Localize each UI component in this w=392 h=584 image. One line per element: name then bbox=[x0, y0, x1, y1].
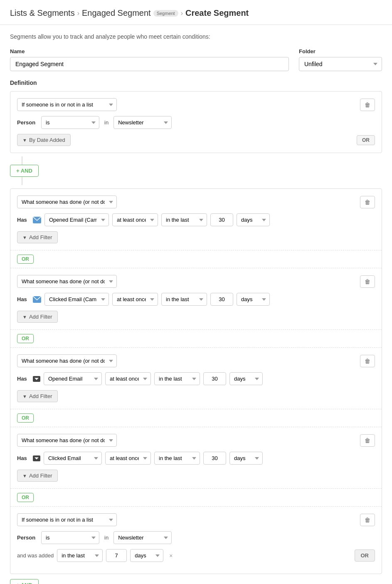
date-range-select[interactable]: in the last bbox=[57, 549, 103, 562]
filter-icon-or4: ▼ bbox=[22, 473, 27, 478]
person-row-or5: Person is in Newsletter bbox=[17, 531, 375, 544]
activity-row-or2: Has Clicked Email (Campaign at least onc… bbox=[17, 293, 375, 306]
header: Lists & Segments › Engaged Segment Segme… bbox=[0, 0, 392, 25]
campaign-icon-or1 bbox=[33, 217, 41, 223]
unit-select-or3[interactable]: days bbox=[229, 372, 263, 385]
name-input[interactable] bbox=[10, 57, 289, 71]
delete-block1-button[interactable]: 🗑 bbox=[360, 99, 375, 111]
name-group: Name bbox=[10, 48, 289, 71]
unit-select-or2[interactable]: days bbox=[237, 293, 270, 306]
folder-select[interactable]: Unfiled bbox=[299, 57, 382, 71]
or-tag-2[interactable]: OR bbox=[17, 334, 34, 343]
date-unit-select[interactable]: days bbox=[130, 549, 163, 562]
vert-line-1 bbox=[22, 156, 22, 165]
form-row: Name Folder Unfiled bbox=[10, 48, 382, 71]
add-filter-row-or1: ▼ Add Filter bbox=[17, 231, 375, 243]
folder-group: Folder Unfiled bbox=[299, 48, 382, 71]
add-filter-or2-button[interactable]: ▼ Add Filter bbox=[17, 311, 58, 323]
number-input-or3[interactable] bbox=[203, 372, 226, 385]
person-is-select-or5[interactable]: is bbox=[41, 531, 99, 544]
activity-select-or1[interactable]: Opened Email (Campaign bbox=[44, 213, 109, 226]
add-filter-or4-button[interactable]: ▼ Add Filter bbox=[17, 470, 58, 482]
person-is-select[interactable]: is bbox=[41, 116, 99, 129]
and-connector-1: + AND bbox=[10, 153, 382, 188]
name-label: Name bbox=[10, 48, 289, 54]
filter-icon-or1: ▼ bbox=[22, 235, 27, 240]
add-filter-or1-button[interactable]: ▼ Add Filter bbox=[17, 231, 58, 243]
delete-or4-button[interactable]: 🗑 bbox=[360, 434, 375, 447]
timerange-select-or3[interactable]: in the last bbox=[154, 372, 200, 385]
ctype-row-or4: What someone has done (or not done) 🗑 bbox=[17, 434, 375, 447]
ctype-select-or4[interactable]: What someone has done (or not done) bbox=[17, 434, 117, 447]
ctype-select-or2[interactable]: What someone has done (or not done) bbox=[17, 275, 117, 288]
activity-select-or2[interactable]: Clicked Email (Campaign bbox=[44, 293, 109, 306]
unit-select-or4[interactable]: days bbox=[229, 452, 263, 465]
add-filter-row-or4: ▼ Add Filter bbox=[17, 470, 375, 482]
in-label-or5: in bbox=[103, 535, 110, 541]
freq-select-or3[interactable]: at least once bbox=[105, 372, 151, 385]
timerange-select-or1[interactable]: in the last bbox=[161, 213, 207, 226]
delete-or2-button[interactable]: 🗑 bbox=[360, 275, 375, 288]
delete-or1-button[interactable]: 🗑 bbox=[360, 196, 375, 208]
add-filter-label-or3: Add Filter bbox=[29, 393, 52, 399]
breadcrumb-badge: Segment bbox=[153, 10, 178, 17]
or-tag-1[interactable]: OR bbox=[17, 255, 34, 264]
breadcrumb: Lists & Segments › Engaged Segment Segme… bbox=[10, 8, 382, 18]
or-tag-3[interactable]: OR bbox=[17, 413, 34, 423]
activity-row-or1: Has Opened Email (Campaign at least once bbox=[17, 213, 375, 226]
timerange-select-or4[interactable]: in the last bbox=[154, 452, 200, 465]
freq-select-or1[interactable]: at least once bbox=[112, 213, 158, 226]
folder-label: Folder bbox=[299, 48, 382, 54]
or-section-2: What someone has done (or not done) 🗑 Ha… bbox=[10, 268, 382, 329]
timerange-select-or2[interactable]: in the last bbox=[161, 293, 207, 306]
or-section-4: What someone has done (or not done) 🗑 Ha… bbox=[10, 427, 382, 488]
number-input-or4[interactable] bbox=[203, 452, 226, 465]
ctype-row-or3: What someone has done (or not done) 🗑 bbox=[17, 354, 375, 367]
or-tag-4[interactable]: OR bbox=[17, 493, 34, 502]
activity-row-or3: Has Opened Email at least once in the la… bbox=[17, 372, 375, 385]
block1-or-button[interactable]: OR bbox=[357, 135, 375, 145]
ctype-select-or5[interactable]: If someone is in or not in a list bbox=[17, 513, 117, 526]
has-label-or2: Has bbox=[17, 296, 30, 302]
freq-select-or2[interactable]: at least once bbox=[112, 293, 158, 306]
block5-or-button[interactable]: OR bbox=[355, 549, 375, 562]
delete-or5-button[interactable]: 🗑 bbox=[360, 514, 375, 526]
person-list-select[interactable]: Newsletter bbox=[113, 116, 172, 129]
main-content: Segments allow you to track and analyze … bbox=[0, 25, 392, 584]
person-list-select-or5[interactable]: Newsletter bbox=[113, 531, 172, 544]
close-date-filter[interactable]: × bbox=[167, 552, 175, 560]
and-button-2[interactable]: + AND bbox=[10, 579, 39, 584]
delete-or3-button[interactable]: 🗑 bbox=[360, 355, 375, 367]
activity-row-or4: Has Clicked Email at least once in the l… bbox=[17, 452, 375, 465]
activity-select-or3[interactable]: Opened Email bbox=[44, 372, 102, 385]
breadcrumb-lists[interactable]: Lists & Segments bbox=[10, 8, 75, 18]
definition-label: Definition bbox=[10, 79, 382, 86]
unit-select-or1[interactable]: days bbox=[237, 213, 270, 226]
add-filter-or3-button[interactable]: ▼ Add Filter bbox=[17, 390, 58, 402]
and-button-1[interactable]: + AND bbox=[10, 165, 39, 177]
breadcrumb-engaged[interactable]: Engaged Segment bbox=[82, 8, 151, 18]
plain-email-icon-or4 bbox=[33, 455, 40, 461]
campaign-icon-or2 bbox=[33, 296, 41, 303]
breadcrumb-create: Create Segment bbox=[185, 8, 249, 18]
or-separator-3: OR bbox=[10, 409, 382, 427]
ctype-select-or1[interactable]: What someone has done (or not done) bbox=[17, 195, 117, 208]
has-label-or4: Has bbox=[17, 455, 30, 461]
ctype-row-or2: What someone has done (or not done) 🗑 bbox=[17, 275, 375, 288]
vert-line-2 bbox=[22, 177, 22, 185]
activity-select-or4[interactable]: Clicked Email bbox=[44, 452, 102, 465]
and-was-added-label: and was added bbox=[17, 552, 54, 559]
number-input-or1[interactable] bbox=[210, 213, 233, 226]
date-number-input[interactable] bbox=[106, 549, 127, 562]
list-membership-block: If someone is in or not in a list 🗑 Pers… bbox=[10, 91, 382, 153]
or-separator-2: OR bbox=[10, 330, 382, 347]
ctype-row-or1: What someone has done (or not done) 🗑 bbox=[17, 195, 375, 208]
by-date-added-button[interactable]: ▼ By Date Added bbox=[17, 134, 71, 146]
freq-select-or4[interactable]: at least once bbox=[105, 452, 151, 465]
number-input-or2[interactable] bbox=[210, 293, 233, 306]
has-label-or1: Has bbox=[17, 217, 30, 223]
condition-type-select-1[interactable]: If someone is in or not in a list bbox=[17, 98, 117, 111]
filter-label: By Date Added bbox=[29, 137, 65, 143]
ctype-row-or5: If someone is in or not in a list 🗑 bbox=[17, 513, 375, 526]
ctype-select-or3[interactable]: What someone has done (or not done) bbox=[17, 354, 117, 367]
